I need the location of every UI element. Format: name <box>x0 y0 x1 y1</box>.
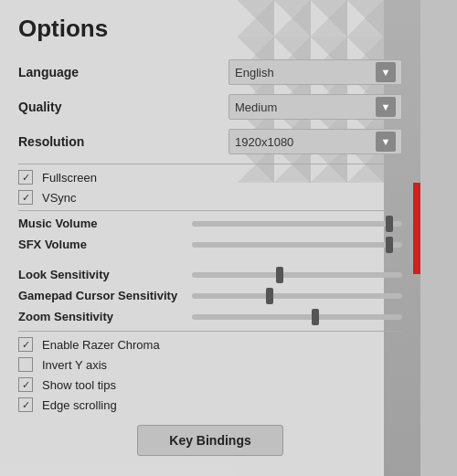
fullscreen-checkbox[interactable]: ✓ <box>18 170 33 185</box>
quality-select[interactable]: Medium ▼ <box>228 94 402 120</box>
fullscreen-row: ✓ Fullscreen <box>18 170 402 185</box>
key-bindings-button[interactable]: Key Bindings <box>137 425 283 456</box>
invert-y-axis-row: Invert Y axis <box>18 357 402 372</box>
options-panel: Options Language English ▼ Quality Mediu… <box>0 0 420 476</box>
gamepad-cursor-sensitivity-row: Gamepad Cursor Sensitivity <box>18 289 402 302</box>
vsync-checkbox[interactable]: ✓ <box>18 190 33 205</box>
language-select[interactable]: English ▼ <box>228 59 402 85</box>
fullscreen-label: Fullscreen <box>42 171 97 185</box>
razer-chroma-row: ✓ Enable Razer Chroma <box>18 337 402 352</box>
divider-1 <box>18 164 402 164</box>
resolution-select[interactable]: 1920x1080 ▼ <box>228 129 402 154</box>
show-tool-tips-label: Show tool tips <box>42 378 116 392</box>
sfx-volume-row: SFX Volume <box>18 238 402 251</box>
language-label: Language <box>18 65 165 79</box>
zoom-sensitivity-label: Zoom Sensitivity <box>18 310 183 323</box>
music-volume-thumb[interactable] <box>386 216 393 232</box>
resolution-value: 1920x1080 <box>235 135 293 149</box>
quality-label: Quality <box>18 100 165 114</box>
gap-1 <box>18 259 402 268</box>
resolution-label: Resolution <box>18 134 165 149</box>
razer-chroma-checkbox[interactable]: ✓ <box>18 337 33 352</box>
vsync-label: VSync <box>42 191 77 205</box>
language-row: Language English ▼ <box>18 59 402 85</box>
edge-scrolling-row: ✓ Edge scrolling <box>18 397 402 412</box>
razer-chroma-label: Enable Razer Chroma <box>42 338 160 352</box>
invert-y-axis-label: Invert Y axis <box>42 358 107 372</box>
sfx-volume-label: SFX Volume <box>18 238 183 251</box>
look-sensitivity-row: Look Sensitivity <box>18 268 402 281</box>
zoom-sensitivity-thumb[interactable] <box>312 309 319 325</box>
edge-scrolling-label: Edge scrolling <box>42 398 117 412</box>
divider-3 <box>18 331 402 332</box>
edge-scrolling-checkbox[interactable]: ✓ <box>18 397 33 412</box>
vsync-row: ✓ VSync <box>18 190 402 205</box>
gamepad-cursor-sensitivity-label: Gamepad Cursor Sensitivity <box>18 289 183 302</box>
gamepad-cursor-sensitivity-thumb[interactable] <box>266 288 273 304</box>
quality-dropdown-arrow[interactable]: ▼ <box>376 97 396 117</box>
look-sensitivity-thumb[interactable] <box>276 267 283 283</box>
quality-value: Medium <box>235 100 277 114</box>
show-tool-tips-row: ✓ Show tool tips <box>18 377 402 392</box>
look-sensitivity-label: Look Sensitivity <box>18 268 183 281</box>
resolution-row: Resolution 1920x1080 ▼ <box>18 129 402 154</box>
resolution-dropdown-arrow[interactable]: ▼ <box>376 132 396 152</box>
page-title: Options <box>18 15 402 43</box>
music-volume-label: Music Volume <box>18 217 183 230</box>
divider-2 <box>18 210 402 211</box>
show-tool-tips-checkbox[interactable]: ✓ <box>18 377 33 392</box>
look-sensitivity-track[interactable] <box>192 272 402 278</box>
zoom-sensitivity-row: Zoom Sensitivity <box>18 310 402 323</box>
music-volume-row: Music Volume <box>18 217 402 230</box>
language-dropdown-arrow[interactable]: ▼ <box>376 62 396 82</box>
sfx-volume-track[interactable] <box>192 242 402 248</box>
quality-row: Quality Medium ▼ <box>18 94 402 120</box>
language-value: English <box>235 66 274 79</box>
music-volume-track[interactable] <box>192 221 402 227</box>
gamepad-cursor-sensitivity-track[interactable] <box>192 293 402 299</box>
invert-y-axis-checkbox[interactable] <box>18 357 33 372</box>
sfx-volume-thumb[interactable] <box>386 237 393 253</box>
zoom-sensitivity-track[interactable] <box>192 314 402 320</box>
